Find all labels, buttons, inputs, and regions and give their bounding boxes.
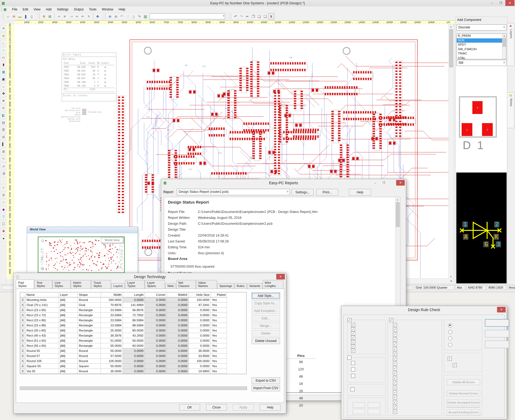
tab-spacings[interactable]: Spacings — [217, 283, 234, 289]
scrollbar-thumb[interactable] — [396, 202, 400, 227]
delete-normal-errors-button[interactable]: Delete Normal Errors — [447, 390, 480, 396]
left-tool-16-icon[interactable]: ⊞ — [1, 134, 6, 140]
rule-check-13[interactable] — [393, 381, 397, 385]
apply-button[interactable]: Apply — [233, 404, 254, 411]
toolbar-grip[interactable] — [230, 14, 231, 19]
scroll-up-icon[interactable]: ▲ — [449, 24, 453, 29]
row-select-cell[interactable]: X — [20, 313, 25, 318]
zoom-in-icon[interactable]: ⊕ — [107, 14, 113, 19]
cancel-button[interactable] — [485, 330, 509, 337]
left-tool-12-icon[interactable]: ✛ — [1, 105, 6, 111]
toolbar-grip[interactable] — [105, 14, 106, 19]
left-tool-22-icon[interactable]: ◌ — [1, 178, 6, 183]
left-tool-28-icon[interactable]: ☐ — [1, 221, 6, 227]
minimize-button[interactable]: – — [487, 0, 496, 6]
table-row[interactable]: XSquare 55[All]Square55.00000.00000.0000… — [20, 364, 246, 369]
left-tool-26-icon[interactable]: ◆ — [1, 207, 6, 212]
scroll-up-icon[interactable]: ▲ — [502, 34, 506, 38]
row-select-cell[interactable]: X — [20, 369, 25, 374]
pad-styles-table[interactable]: NameLayerShapeWidthLengthCornerWidth2Hol… — [20, 292, 247, 374]
row-select-cell[interactable]: X — [20, 297, 25, 303]
add-style-button[interactable]: Add Style... — [252, 293, 280, 299]
component-list-scrollbar[interactable]: ▲ — [502, 34, 506, 59]
move-icon[interactable]: ✥ — [95, 14, 100, 19]
left-tool-30-icon[interactable]: ● — [1, 235, 6, 241]
tab-rules[interactable]: Rules — [234, 283, 247, 289]
delete-unused-button[interactable]: Delete Unused — [252, 338, 280, 344]
maximize-button[interactable]: ❐ — [496, 0, 505, 6]
pad-align-icon[interactable]: oo — [74, 14, 79, 19]
rule-check-4[interactable] — [393, 337, 397, 341]
table-scroll-strip[interactable] — [20, 386, 247, 390]
left-check-4[interactable] — [351, 336, 355, 340]
save-icon[interactable]: H — [11, 14, 17, 19]
row-select-cell[interactable]: X — [20, 359, 25, 364]
left-tool-13-icon[interactable]: ◧ — [1, 112, 6, 118]
delete-all-errors-button[interactable]: Delete All Errors — [447, 379, 480, 385]
menu-file[interactable]: File — [9, 7, 20, 12]
rule-check-9[interactable] — [393, 362, 397, 366]
rule-check-17[interactable] — [393, 400, 397, 404]
copy-style-as-button[interactable]: Copy Style As... — [252, 300, 280, 307]
scope-radio-2[interactable] — [448, 330, 452, 334]
accept-existing-errors-button[interactable]: Accept Existing Errors — [447, 409, 480, 415]
left-tool-14-icon[interactable]: ▤ — [1, 120, 6, 126]
row-select-cell[interactable]: X — [20, 308, 25, 313]
minimize-button[interactable]: – — [371, 180, 379, 186]
pad-swap-icon[interactable]: ⇅ — [86, 14, 91, 19]
left-tool-27-icon[interactable]: ▽ — [1, 214, 6, 220]
scroll-down-icon[interactable]: ▼ — [449, 274, 453, 279]
toolbar-grip[interactable] — [3, 14, 4, 19]
table-row[interactable]: XVia 35[All]Round35.00000.00000.00000.00… — [20, 369, 246, 374]
left-tool-4-icon[interactable]: ≈ — [1, 47, 6, 53]
component-item-sw_fsm2jh[interactable]: SW_FSM2JH — [457, 47, 506, 52]
row-select-cell[interactable]: X — [20, 364, 25, 369]
left-check-2[interactable] — [351, 327, 355, 331]
spacing-check-2[interactable] — [351, 367, 355, 371]
maximize-button[interactable]: ❐ — [380, 180, 388, 186]
world-view-title[interactable]: World View — [27, 227, 138, 233]
close-icon[interactable]: ✕ — [396, 180, 405, 186]
paste2-icon[interactable]: ❏ — [262, 14, 268, 19]
table-row[interactable]: XOval (70 x 141)[All]Oval70.8976141.6969… — [20, 303, 246, 308]
close-button[interactable]: Close — [206, 404, 227, 411]
menu-window[interactable]: Window — [99, 7, 116, 12]
reports-title-bar[interactable]: ▦ Easy-PC Reports – ❐ ✕ — [161, 179, 406, 187]
column-header[interactable]: Shape — [78, 292, 101, 297]
left-tool-15-icon[interactable]: ☰ — [1, 127, 6, 133]
title-bar[interactable]: ▦ Easy-PC by Number One Systems - [route… — [0, 0, 515, 7]
import-csv-button[interactable]: Import From CSV — [252, 385, 280, 391]
option-check-1[interactable] — [448, 357, 452, 361]
component-item-scr[interactable]: SCR — [457, 38, 506, 43]
table-row[interactable]: XRound 55[All]Round55.00000.00000.00000.… — [20, 348, 246, 353]
row-select-cell[interactable]: X — [20, 303, 25, 308]
table-row[interactable]: XRect (23 x 88)[All]Rectangle23.598488.5… — [20, 323, 246, 328]
report-button-1[interactable] — [353, 402, 365, 408]
component-search-combo[interactable]: ▾ — [149, 13, 225, 19]
gerber-icon[interactable]: ✾ — [41, 14, 47, 19]
tab-value-names[interactable]: Value Names — [196, 280, 217, 289]
left-tool-18-icon[interactable]: ≣ — [1, 149, 6, 154]
row-select-cell[interactable]: X — [20, 348, 25, 353]
tab-net-classes[interactable]: Net Classes — [176, 280, 196, 289]
menu-add[interactable]: Add — [43, 7, 54, 12]
tab-notes[interactable]: ▤ Notes — [507, 92, 514, 128]
table-row[interactable]: XRect (55 x 60)[All]Rectangle55.000060.0… — [20, 343, 246, 348]
column-header[interactable]: Plated — [211, 292, 227, 297]
rule-check-7[interactable] — [393, 352, 397, 356]
report-button-3[interactable] — [353, 409, 365, 414]
row-select-cell[interactable]: X — [20, 343, 25, 348]
close-icon[interactable]: ✕ — [276, 274, 285, 279]
check-all-spacing-checkbox[interactable] — [347, 356, 351, 360]
table-row[interactable]: XRect (23 x 66)[All]Rectangle23.598466.8… — [20, 308, 246, 313]
row-select-cell[interactable]: X — [20, 353, 25, 359]
tab-variants[interactable]: Variants — [247, 283, 262, 289]
tab-pad-styles[interactable]: Pad Styles — [16, 279, 34, 289]
menu-tools[interactable]: Tools — [86, 7, 99, 12]
component-item-r_prem[interactable]: R_PREM — [457, 34, 506, 38]
tab-layer-spans[interactable]: Layer Spans — [145, 280, 165, 289]
table-row[interactable]: XRect (40 x 43)[All]Rectangle39.397643.2… — [20, 333, 246, 338]
left-check-1[interactable] — [351, 323, 355, 327]
toolbar-grip[interactable] — [39, 14, 40, 19]
help-button[interactable]: Help — [260, 404, 281, 411]
